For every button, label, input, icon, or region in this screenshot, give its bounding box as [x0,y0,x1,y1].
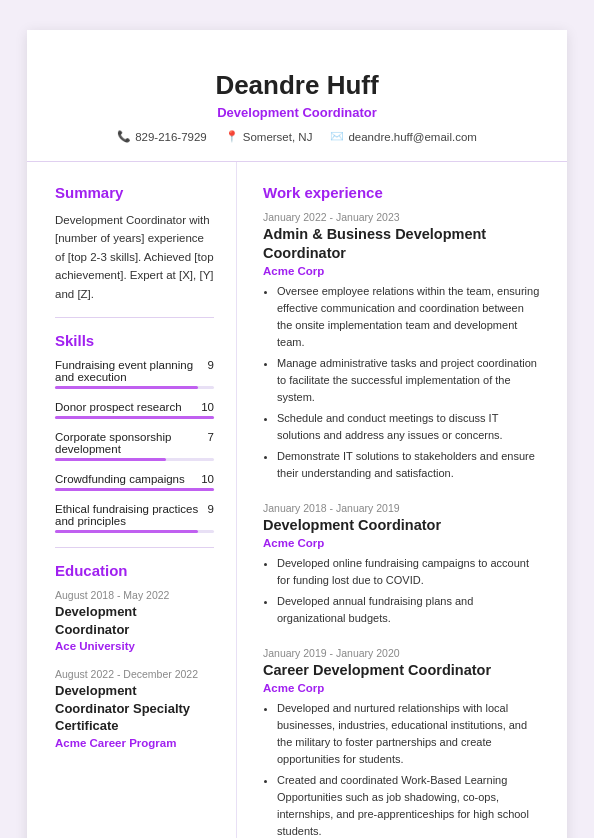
work-bullet: Developed annual fundraising plans and o… [277,593,541,627]
skill-item: Ethical fundraising practices and princi… [55,503,214,533]
skill-header: Crowdfunding campaigns 10 [55,473,214,485]
skill-item: Corporate sponsorship development 7 [55,431,214,461]
skill-level: 9 [208,359,214,383]
location-contact: 📍 Somerset, NJ [225,130,313,143]
edu-institution: Acme Career Program [55,737,214,749]
skill-level: 9 [208,503,214,527]
skill-bar-fill [55,458,166,461]
location-text: Somerset, NJ [243,131,313,143]
work-bullet: Demonstrate IT solutions to stakeholders… [277,448,541,482]
work-bullets: Developed and nurtured relationships wit… [263,700,541,838]
skill-level: 10 [201,401,214,413]
summary-text: Development Coordinator with [number of … [55,211,214,303]
right-column: Work experience January 2022 - January 2… [237,162,567,838]
main-body: Summary Development Coordinator with [nu… [27,162,567,838]
summary-section: Summary Development Coordinator with [nu… [55,184,214,303]
skill-bar-fill [55,530,198,533]
skill-name: Fundraising event planning and execution [55,359,208,383]
work-company: Acme Corp [263,265,541,277]
skill-bar-fill [55,488,214,491]
skill-item: Donor prospect research 10 [55,401,214,419]
contact-line: 📞 829-216-7929 📍 Somerset, NJ ✉️ deandre… [67,130,527,143]
skill-name: Corporate sponsorship development [55,431,208,455]
skills-divider [55,547,214,548]
location-icon: 📍 [225,130,239,143]
work-item: January 2019 - January 2020 Career Devel… [263,647,541,838]
work-bullet: Schedule and conduct meetings to discuss… [277,410,541,444]
work-bullets: Developed online fundraising campaigns t… [263,555,541,627]
skill-name: Ethical fundraising practices and princi… [55,503,208,527]
left-column: Summary Development Coordinator with [nu… [27,162,237,838]
work-bullet: Oversee employee relations within the te… [277,283,541,351]
skill-header: Ethical fundraising practices and princi… [55,503,214,527]
edu-degree: Development Coordinator [55,603,214,638]
skill-bar-bg [55,488,214,491]
skills-list: Fundraising event planning and execution… [55,359,214,533]
phone-contact: 📞 829-216-7929 [117,130,207,143]
skill-bar-fill [55,386,198,389]
resume-container: Deandre Huff Development Coordinator 📞 8… [27,30,567,838]
work-bullet: Manage administrative tasks and project … [277,355,541,406]
skill-level: 10 [201,473,214,485]
education-item: August 2022 - December 2022 Development … [55,668,214,749]
work-company: Acme Corp [263,682,541,694]
header-section: Deandre Huff Development Coordinator 📞 8… [27,70,567,162]
work-dates: January 2019 - January 2020 [263,647,541,659]
skill-header: Fundraising event planning and execution… [55,359,214,383]
work-company: Acme Corp [263,537,541,549]
edu-degree: Development Coordinator Specialty Certif… [55,682,214,735]
candidate-name: Deandre Huff [67,70,527,101]
edu-dates: August 2018 - May 2022 [55,589,214,601]
phone-number: 829-216-7929 [135,131,207,143]
skills-section: Skills Fundraising event planning and ex… [55,332,214,533]
work-dates: January 2018 - January 2019 [263,502,541,514]
work-experience-title: Work experience [263,184,541,201]
skill-name: Donor prospect research [55,401,182,413]
skill-header: Corporate sponsorship development 7 [55,431,214,455]
phone-icon: 📞 [117,130,131,143]
edu-dates: August 2022 - December 2022 [55,668,214,680]
summary-title: Summary [55,184,214,201]
email-contact: ✉️ deandre.huff@email.com [330,130,476,143]
work-item: January 2018 - January 2019 Development … [263,502,541,627]
work-title: Career Development Coordinator [263,661,541,680]
work-item: January 2022 - January 2023 Admin & Busi… [263,211,541,482]
work-bullets: Oversee employee relations within the te… [263,283,541,483]
skill-name: Crowdfunding campaigns [55,473,185,485]
education-title: Education [55,562,214,579]
skill-item: Crowdfunding campaigns 10 [55,473,214,491]
email-text: deandre.huff@email.com [348,131,476,143]
education-section: Education August 2018 - May 2022 Develop… [55,562,214,749]
summary-divider [55,317,214,318]
skill-bar-bg [55,386,214,389]
work-bullet: Developed and nurtured relationships wit… [277,700,541,768]
skill-bar-fill [55,416,214,419]
work-title: Development Coordinator [263,516,541,535]
skills-title: Skills [55,332,214,349]
education-item: August 2018 - May 2022 Development Coord… [55,589,214,652]
work-experience-list: January 2022 - January 2023 Admin & Busi… [263,211,541,838]
candidate-job-title: Development Coordinator [67,105,527,120]
skill-header: Donor prospect research 10 [55,401,214,413]
work-bullet: Developed online fundraising campaigns t… [277,555,541,589]
education-list: August 2018 - May 2022 Development Coord… [55,589,214,749]
work-bullet: Created and coordinated Work-Based Learn… [277,772,541,838]
skill-bar-bg [55,416,214,419]
skill-level: 7 [208,431,214,455]
skill-bar-bg [55,530,214,533]
email-icon: ✉️ [330,130,344,143]
work-title: Admin & Business Development Coordinator [263,225,541,263]
edu-institution: Ace University [55,640,214,652]
skill-item: Fundraising event planning and execution… [55,359,214,389]
skill-bar-bg [55,458,214,461]
work-dates: January 2022 - January 2023 [263,211,541,223]
